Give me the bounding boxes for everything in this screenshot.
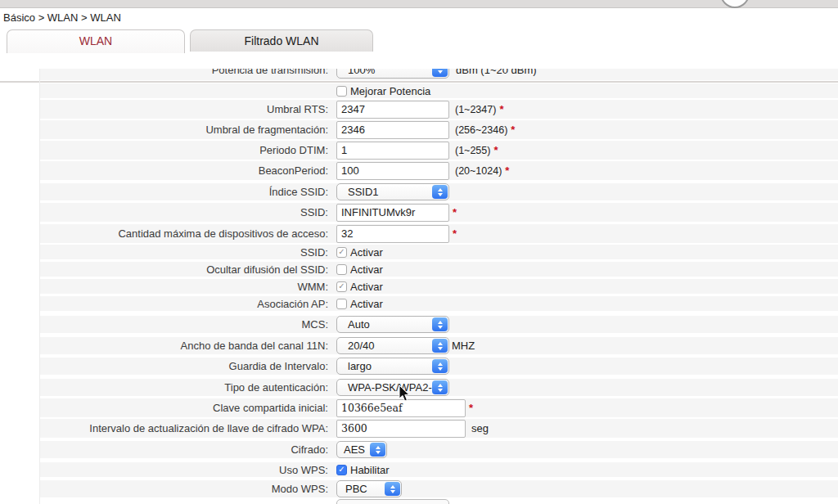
select-stepper-icon [432,317,448,331]
checkbox-label: Habilitar [350,464,390,476]
partial-circle-icon [720,0,750,8]
wlan-settings-form: Potencia de transmisión: 100% dBm (1~20 … [39,69,838,504]
required-star: * [511,124,515,136]
field-label: Cifrado: [40,443,328,456]
required-star: * [453,227,457,240]
field-label: Guardia de Intervalo: [40,360,328,372]
breadcrumb: Básico > WLAN > WLAN [3,11,121,24]
field-label: Umbral RTS: [40,103,328,115]
range-hint: (20~1024) [455,165,502,177]
field-label: Potencia de transmisión: [40,69,328,76]
form-row-ocultar-ssid: Ocultar difusión del SSID: Activar [40,262,838,277]
form-row-tipo-autenticacion: Tipo de autenticación: WPA-PSK/WPA2- [40,379,838,396]
router-admin-page: Básico > WLAN > WLAN WLAN Filtrado WLAN … [0,0,838,504]
select-stepper-icon [432,185,448,199]
mcs-select[interactable]: Auto [336,316,449,333]
required-star: * [469,402,473,414]
form-row-umbral-fragmentacion: Umbral de fragmentación: (256~2346) * [40,120,838,139]
required-star: * [499,103,503,115]
ocultar-ssid-checkbox[interactable] [336,264,347,275]
field-label: Índice SSID: [40,186,328,198]
intervalo-wpa-input[interactable] [336,420,466,438]
field-label: Intervalo de actualización de llave de c… [40,422,328,434]
asociacion-ap-checkbox[interactable] [336,299,347,309]
select-stepper-icon [385,482,400,496]
tab-bar: WLAN Filtrado WLAN [0,29,838,52]
field-label: Periodo DTIM: [40,144,328,156]
form-row-mejorar-potencia: Mejorar Potencia [40,83,838,98]
field-label: Tipo de autenticación: [40,381,328,394]
checkbox-label: Activar [350,246,383,259]
umbral-rts-input[interactable] [336,101,449,119]
field-label: Asociación AP: [40,298,328,310]
ssid-input[interactable] [336,204,449,222]
form-row-guardia-intervalo: Guardia de Intervalo: largo [40,358,838,375]
field-suffix: seg [471,422,489,434]
form-row-mcs: MCS: Auto [40,316,838,333]
mouse-cursor-icon [398,385,412,403]
form-row-periodo-dtim: Periodo DTIM: (1~255) * [40,141,838,160]
max-dispositivos-input[interactable] [336,225,449,243]
next-control-cut-off [336,499,449,504]
field-label: Clave compartida inicial: [40,402,328,414]
form-row-cifrado: Cifrado: AES [40,441,838,458]
wmm-checkbox[interactable] [336,281,347,292]
field-suffix: MHZ [452,340,475,352]
select-stepper-icon [432,359,448,373]
tipo-autenticacion-select[interactable]: WPA-PSK/WPA2- [336,379,449,396]
form-row-umbral-rts: Umbral RTS: (1~2347) * [40,100,838,119]
form-row-modo-wps: Modo WPS: PBC [40,480,838,497]
select-stepper-icon [370,443,385,457]
field-label: Ancho de banda del canal 11N: [40,340,328,352]
form-row-ancho-banda: Ancho de banda del canal 11N: 20/40 MHZ [40,337,838,354]
required-star: * [493,144,498,156]
guardia-intervalo-select[interactable]: largo [336,358,449,375]
field-label: Umbral de fragmentación: [40,124,328,136]
umbral-fragmentacion-input[interactable] [336,121,449,139]
range-hint: (1~255) [455,145,490,156]
cifrado-select[interactable]: AES [336,441,387,458]
form-row-ssid-name: SSID: * [40,203,838,222]
form-row-intervalo-wpa: Intervalo de actualización de llave de c… [40,419,838,438]
browser-chrome-bar [0,0,838,8]
field-suffix: dBm (1~20 dBm) [456,69,537,76]
tab-wlan[interactable]: WLAN [7,29,185,53]
checkbox-label: Activar [350,263,383,276]
field-label: BeaconPeriod: [40,164,328,177]
field-label: SSID: [40,206,328,218]
beaconperiod-input[interactable] [336,162,449,180]
checkbox-label: Activar [350,281,383,293]
select-stepper-icon [432,69,448,77]
ancho-banda-select[interactable]: 20/40 [336,337,449,354]
select-stepper-icon [432,339,448,353]
checkbox-label: Activar [350,298,383,310]
required-star: * [505,164,509,177]
form-row-ssid-activar: SSID: Activar [40,245,838,259]
form-row-potencia: Potencia de transmisión: 100% dBm (1~20 … [40,69,838,80]
field-label: Uso WPS: [40,464,328,476]
select-stepper-icon [432,380,448,394]
form-row-asociacion-ap: Asociación AP: Activar [40,296,838,311]
field-label: Modo WPS: [40,483,328,495]
form-row-clave-compartida: Clave compartida inicial: * [40,398,838,417]
tab-filtrado-wlan[interactable]: Filtrado WLAN [190,29,373,52]
field-label: Ocultar difusión del SSID: [40,263,328,276]
range-hint: (1~2347) [455,104,496,115]
form-row-max-dispositivos: Cantidad máxima de dispositivos de acces… [40,224,838,243]
field-label: WMM: [40,281,328,293]
field-label: MCS: [40,318,328,331]
range-hint: (256~2346) [455,124,507,136]
form-row-indice-ssid: Índice SSID: SSID1 [40,183,838,200]
indice-ssid-select[interactable]: SSID1 [336,183,449,200]
required-star: * [453,206,457,218]
form-row-uso-wps: Uso WPS: Habilitar [40,462,838,477]
form-row-wmm: WMM: Activar [40,279,838,294]
potencia-select[interactable]: 100% [336,69,449,79]
uso-wps-checkbox[interactable] [336,465,347,475]
mejorar-potencia-checkbox[interactable] [336,86,347,97]
ssid-activar-checkbox[interactable] [336,247,347,258]
modo-wps-select[interactable]: PBC [336,480,402,497]
periodo-dtim-input[interactable] [336,142,449,160]
field-label: Cantidad máxima de dispositivos de acces… [40,227,328,240]
checkbox-label: Mejorar Potencia [350,85,430,97]
